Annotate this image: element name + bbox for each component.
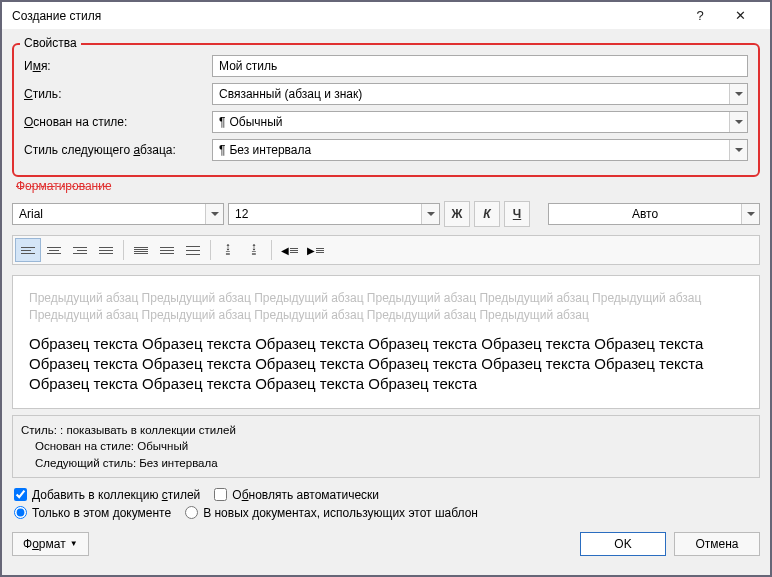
paragraph-toolbar: ↕≡ ↕≡ ◀ ▶ xyxy=(12,235,760,265)
only-this-doc-radio[interactable]: Только в этом документе xyxy=(14,506,171,520)
name-label: Имя: xyxy=(24,59,204,73)
indent-decrease-button[interactable]: ◀ xyxy=(276,238,302,262)
style-description: Стиль: : показывать в коллекции стилей О… xyxy=(12,415,760,477)
dialog-title: Создание стиля xyxy=(12,9,680,23)
font-color-select[interactable]: Авто xyxy=(548,203,760,225)
chevron-down-icon xyxy=(741,204,759,224)
name-input[interactable] xyxy=(212,55,748,77)
preview-previous: Предыдущий абзац Предыдущий абзац Предыд… xyxy=(29,290,743,324)
help-button[interactable]: ? xyxy=(680,8,720,23)
next-label: Стиль следующего абзаца: xyxy=(24,143,204,157)
properties-legend: Свойства xyxy=(20,36,81,50)
properties-group: Свойства Имя: Стиль: Связанный (абзац и … xyxy=(12,43,760,177)
close-button[interactable]: ✕ xyxy=(720,8,760,23)
align-center-button[interactable] xyxy=(41,238,67,262)
type-label: Стиль: xyxy=(24,87,204,101)
pilcrow-icon: ¶ xyxy=(219,115,225,129)
based-label: Основан на стиле: xyxy=(24,115,204,129)
font-size-select[interactable]: 12 xyxy=(228,203,440,225)
create-style-dialog: Создание стиля ? ✕ Свойства Имя: Стиль: … xyxy=(2,2,770,575)
format-menu-button[interactable]: Формат ▼ xyxy=(12,532,89,556)
chevron-down-icon xyxy=(729,112,747,132)
ok-button[interactable]: OK xyxy=(580,532,666,556)
bold-button[interactable]: Ж xyxy=(444,201,470,227)
line-spacing-1-button[interactable] xyxy=(128,238,154,262)
add-to-gallery-checkbox[interactable]: Добавить в коллекцию стилей xyxy=(14,488,200,502)
align-justify-button[interactable] xyxy=(93,238,119,262)
font-family-select[interactable]: Arial xyxy=(12,203,224,225)
space-before-dec-button[interactable]: ↕≡ xyxy=(241,238,267,262)
divider xyxy=(271,240,272,260)
titlebar: Создание стиля ? ✕ xyxy=(2,2,770,29)
indent-increase-button[interactable]: ▶ xyxy=(302,238,328,262)
type-select[interactable]: Связанный (абзац и знак) xyxy=(212,83,748,105)
auto-update-checkbox[interactable]: Обновлять автоматически xyxy=(214,488,379,502)
chevron-down-icon xyxy=(729,84,747,104)
font-toolbar: Arial 12 Ж К Ч Авто xyxy=(12,201,760,227)
align-left-button[interactable] xyxy=(15,238,41,262)
next-style-select[interactable]: ¶Без интервала xyxy=(212,139,748,161)
line-spacing-1-5-button[interactable] xyxy=(154,238,180,262)
divider xyxy=(123,240,124,260)
chevron-down-icon xyxy=(421,204,439,224)
line-spacing-2-button[interactable] xyxy=(180,238,206,262)
pilcrow-icon: ¶ xyxy=(219,143,225,157)
italic-button[interactable]: К xyxy=(474,201,500,227)
based-on-select[interactable]: ¶Обычный xyxy=(212,111,748,133)
new-docs-radio[interactable]: В новых документах, использующих этот ша… xyxy=(185,506,478,520)
divider xyxy=(210,240,211,260)
underline-button[interactable]: Ч xyxy=(504,201,530,227)
formatting-legend: Форматирование xyxy=(12,179,760,193)
cancel-button[interactable]: Отмена xyxy=(674,532,760,556)
align-right-button[interactable] xyxy=(67,238,93,262)
chevron-down-icon xyxy=(729,140,747,160)
space-before-inc-button[interactable]: ↕≡ xyxy=(215,238,241,262)
preview-sample: Образец текста Образец текста Образец те… xyxy=(29,334,743,395)
chevron-down-icon xyxy=(205,204,223,224)
preview-box: Предыдущий абзац Предыдущий абзац Предыд… xyxy=(12,275,760,409)
